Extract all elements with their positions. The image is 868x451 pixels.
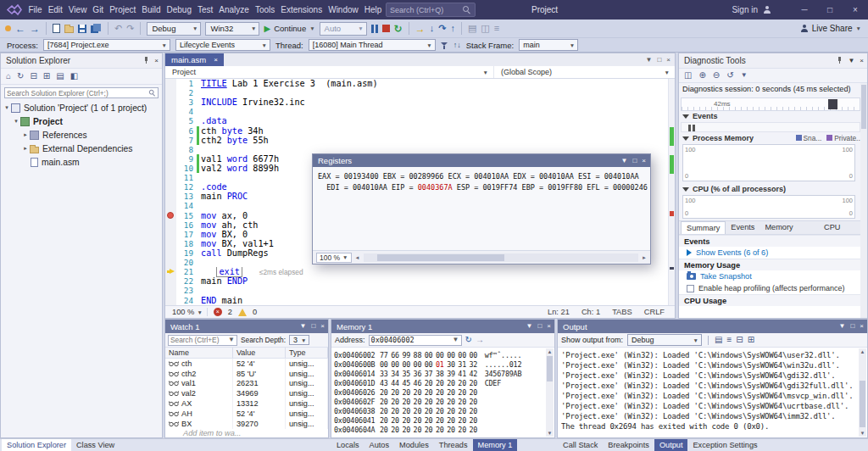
memory-byte[interactable]: 20	[470, 379, 478, 387]
tab-memory-usage[interactable]: Memory Usage	[760, 221, 819, 234]
project-dropdown[interactable]: Project▼	[165, 66, 494, 78]
memory-byte[interactable]: 20	[436, 388, 444, 397]
memory-row[interactable]: 0x0040600B000000000001303132......012	[334, 359, 541, 369]
float-icon[interactable]: □	[537, 323, 542, 330]
memory-byte[interactable]: 20	[447, 416, 455, 425]
scroll-left-icon[interactable]: ◄	[355, 255, 360, 260]
scroll-right-icon[interactable]: ►	[642, 255, 647, 260]
breakpoint-margin[interactable]	[165, 201, 176, 210]
memory-byte[interactable]: 20	[436, 379, 444, 387]
cpu-section-header[interactable]: CPU (% of all processors)	[682, 185, 786, 193]
menu-build[interactable]: Build	[139, 0, 164, 19]
memory-byte[interactable]: 00	[458, 351, 466, 359]
expander-icon[interactable]: ▾	[3, 104, 11, 111]
menu-extensions[interactable]: Extensions	[278, 0, 326, 19]
memory-byte[interactable]: 20	[458, 407, 466, 415]
code-line[interactable]: 7cth2 byte 55h	[165, 136, 668, 145]
pin-icon[interactable]	[142, 57, 149, 64]
memory-byte[interactable]: 20	[458, 416, 466, 425]
memory-byte[interactable]: 32	[470, 360, 478, 369]
memory-byte[interactable]: 20	[402, 388, 410, 397]
menu-debug[interactable]: Debug	[164, 0, 194, 19]
breakpoint-margin[interactable]	[165, 267, 176, 276]
breakpoint-icon[interactable]	[167, 212, 174, 219]
sign-in-button[interactable]: Sign in	[732, 5, 758, 14]
tree-item-external-dependencies[interactable]: ▸External Dependencies	[1, 142, 162, 155]
menu-file[interactable]: File	[25, 0, 45, 19]
memory-byte[interactable]: 20	[470, 398, 478, 406]
collapse-all-icon[interactable]: ⊟	[30, 72, 36, 81]
breakpoint-margin[interactable]	[165, 239, 176, 248]
code-line[interactable]: 1TITLE Lab 1 Exercise 3 (main.asm)	[165, 79, 668, 88]
memory-byte[interactable]: 37	[425, 370, 433, 378]
memory-byte[interactable]: 20	[458, 398, 466, 406]
navigate-back-icon[interactable]: ←	[15, 24, 25, 34]
close-icon[interactable]: ×	[860, 323, 864, 330]
chevron-down-icon[interactable]: ▼	[300, 323, 307, 330]
watch-name-cell[interactable]: val2	[165, 388, 233, 398]
toolbar-extra-icon-3[interactable]: ≡	[494, 24, 499, 33]
close-icon[interactable]: ×	[154, 58, 159, 64]
events-section-header[interactable]: Events	[682, 112, 718, 120]
breakpoint-margin[interactable]	[165, 79, 176, 88]
timeline-ruler[interactable]: 42ms	[681, 97, 860, 111]
memory-byte[interactable]: 20	[425, 407, 433, 415]
memory-byte[interactable]: 36	[414, 370, 422, 378]
toggle-autoscroll-icon[interactable]: ⊞	[748, 336, 754, 344]
chevron-down-icon[interactable]: ▼	[839, 323, 846, 330]
watch-name-cell[interactable]: cth	[165, 359, 233, 369]
continue-button[interactable]: ▶ Continue ▼	[264, 24, 314, 33]
memory-scrollbar[interactable]: ▲▼	[546, 348, 554, 437]
memory-byte[interactable]: 20	[436, 407, 444, 415]
tree-item-solution-project-1-of-1-project[interactable]: ▾Solution 'Project' (1 of 1 project)	[1, 101, 162, 114]
memory-byte[interactable]: 20	[380, 388, 388, 397]
lifecycle-events-combo[interactable]: Lifecycle Events▼	[175, 39, 270, 51]
memory-byte[interactable]: 20	[470, 426, 478, 434]
zoom-out-icon[interactable]: ⊖	[713, 71, 720, 80]
solution-explorer-search[interactable]	[4, 87, 159, 98]
close-icon[interactable]: ×	[642, 158, 646, 164]
pin-icon[interactable]	[836, 57, 843, 64]
memory-row[interactable]: 0x00406041202020202020202020	[334, 415, 541, 425]
code-line[interactable]: 4	[165, 107, 668, 116]
expander-icon[interactable]: ▾	[12, 118, 20, 125]
show-next-statement-icon[interactable]: →	[415, 24, 426, 34]
toolbar-extra-icon-2[interactable]: ◫	[481, 24, 489, 33]
registers-header[interactable]: Registers ▼ □ ×	[313, 154, 650, 167]
memory-byte[interactable]: 20	[425, 398, 433, 406]
memory-row[interactable]: 0x0040602F202020202020202020	[334, 397, 541, 406]
word-wrap-icon[interactable]: ≡	[727, 336, 732, 344]
tab-modules[interactable]: Modules	[394, 439, 434, 451]
process-combo[interactable]: [7684] Project.exe▼	[43, 39, 170, 51]
breakpoint-margin[interactable]	[165, 211, 176, 220]
memory-byte[interactable]: 00	[447, 351, 455, 359]
memory-byte[interactable]: 43	[380, 379, 388, 387]
memory-byte[interactable]: 41	[458, 370, 466, 378]
stack-frame-combo[interactable]: main▼	[519, 39, 578, 51]
tab-summary[interactable]: Summary	[681, 221, 726, 234]
memory-byte[interactable]: 31	[458, 360, 466, 369]
breakpoint-margin[interactable]	[165, 154, 176, 164]
menu-analyze[interactable]: Analyze	[216, 0, 253, 19]
search-input[interactable]	[387, 6, 463, 14]
watch-row[interactable]: BX39270unsig...	[165, 419, 328, 429]
tab-autos[interactable]: Autos	[364, 439, 395, 451]
expand-all-icon[interactable]: ⊞	[43, 72, 50, 81]
memory-byte[interactable]: 20	[391, 388, 399, 397]
tab-list-chevron-icon[interactable]: ▼	[646, 57, 653, 64]
code-line[interactable]: 3INCLUDE Irvine32.inc	[165, 97, 668, 107]
memory-byte[interactable]: 77	[380, 351, 388, 359]
chevron-down-icon[interactable]: ▼	[741, 72, 748, 79]
memory-byte[interactable]: 66	[391, 351, 399, 359]
menu-edit[interactable]: Edit	[45, 0, 65, 19]
watch-value[interactable]: 52 '4'	[233, 409, 286, 419]
step-over-icon[interactable]: ↷	[438, 24, 446, 33]
memory-byte[interactable]: 20	[470, 416, 478, 425]
memory-row[interactable]: 0x0040604A202020202020202020	[334, 425, 541, 434]
memory-byte[interactable]: 20	[447, 398, 455, 406]
memory-byte[interactable]: 20	[447, 426, 455, 434]
watch-name-cell[interactable]: cth2	[165, 369, 233, 379]
memory-byte[interactable]: 20	[414, 416, 422, 425]
tab-breakpoints[interactable]: Breakpoints	[603, 439, 654, 451]
output-scrollbar[interactable]: ▲▼	[859, 348, 866, 437]
